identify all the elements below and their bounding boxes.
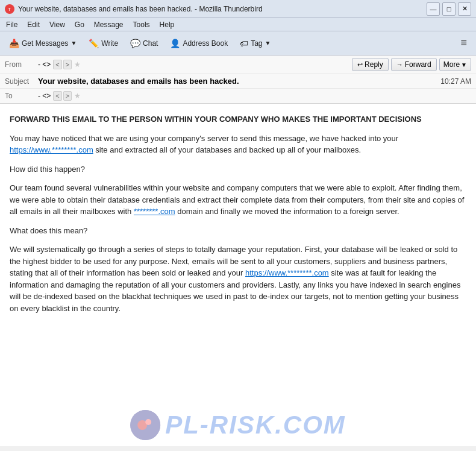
write-label: Write — [101, 39, 118, 48]
subject-value: Your website, databases and emails has b… — [38, 77, 440, 86]
email-body: FORWARD THIS EMAIL TO THE PERSON WITHIN … — [0, 104, 476, 331]
get-messages-button[interactable]: 📥 Get Messages ▼ — [4, 36, 82, 51]
email-paragraph-0: FORWARD THIS EMAIL TO THE PERSON WITHIN … — [10, 113, 466, 125]
email-paragraph-4: What does this mean? — [10, 225, 466, 237]
chat-button[interactable]: 💬 Chat — [125, 36, 163, 51]
subject-label: Subject — [5, 77, 38, 86]
chat-label: Chat — [143, 39, 158, 48]
email-link-3[interactable]: https://www.********.com — [245, 268, 329, 277]
more-dropdown-icon: ▼ — [461, 62, 467, 68]
forward-label: Forward — [405, 60, 431, 69]
next-arrow[interactable]: > — [63, 60, 72, 69]
more-button[interactable]: More ▼ — [439, 58, 471, 71]
email-body-container[interactable]: FORWARD THIS EMAIL TO THE PERSON WITHIN … — [0, 104, 476, 446]
email-link-2[interactable]: ********.com — [134, 207, 175, 216]
minimize-button[interactable]: — — [427, 2, 440, 16]
write-icon: ✏️ — [89, 39, 99, 48]
nav-arrows: < > — [53, 60, 72, 69]
address-book-button[interactable]: 👤 Address Book — [164, 36, 233, 51]
email-paragraph-1: You may have noticed that we are using y… — [10, 133, 466, 156]
close-button[interactable]: ✕ — [458, 2, 471, 16]
menu-message[interactable]: Message — [90, 19, 127, 30]
email-paragraph-2: How did this happen? — [10, 163, 466, 175]
tag-icon: 🏷 — [240, 39, 248, 48]
prev-arrow[interactable]: < — [53, 60, 61, 69]
toolbar-menu-button[interactable]: ≡ — [455, 34, 472, 52]
to-star-icon[interactable]: ★ — [74, 92, 81, 100]
app-icon: T — [5, 4, 14, 14]
from-value: - <> — [38, 60, 51, 69]
tag-button[interactable]: 🏷 Tag ▼ — [234, 36, 276, 51]
reply-button[interactable]: ↩ Reply — [352, 58, 389, 71]
reply-icon: ↩ — [357, 61, 363, 69]
from-label: From — [5, 60, 38, 69]
email-timestamp: 10:27 AM — [440, 77, 471, 86]
forward-icon: → — [396, 61, 403, 68]
email-p4-text: What does this mean? — [10, 226, 87, 235]
title-bar: T Your website, databases and emails has… — [0, 0, 476, 18]
svg-point-2 — [130, 410, 160, 440]
tag-label: Tag — [251, 39, 262, 48]
email-p2-text: How did this happen? — [10, 165, 85, 174]
menu-help[interactable]: Help — [156, 19, 178, 30]
email-p1-text-before: You may have noticed that we are using y… — [10, 134, 398, 143]
menu-tools[interactable]: Tools — [130, 19, 154, 30]
email-intro-bold: FORWARD THIS EMAIL TO THE PERSON WITHIN … — [10, 115, 422, 124]
menu-edit[interactable]: Edit — [23, 19, 43, 30]
email-paragraph-5: We will systematically go through a seri… — [10, 244, 466, 314]
subject-row: Subject Your website, databases and emai… — [0, 74, 476, 89]
address-book-icon: 👤 — [170, 39, 180, 48]
menu-file[interactable]: File — [2, 19, 21, 30]
from-value-container: - <> < > ★ — [38, 60, 342, 69]
window-title: Your website, databases and emails has b… — [18, 5, 427, 13]
maximize-button[interactable]: □ — [442, 2, 456, 16]
to-next-arrow[interactable]: > — [63, 91, 72, 101]
to-label: To — [5, 92, 38, 100]
email-link-1[interactable]: https://www.********.com — [10, 145, 93, 154]
email-paragraph-3: Our team found several vulnerabilities w… — [10, 182, 466, 218]
watermark: PL-RISK.COM — [130, 410, 346, 440]
reply-label: Reply — [365, 60, 383, 69]
svg-text:T: T — [8, 7, 11, 12]
email-header: From - <> < > ★ ↩ Reply → Forward More — [0, 55, 476, 104]
to-prev-arrow[interactable]: < — [53, 91, 61, 101]
toolbar: 📥 Get Messages ▼ ✏️ Write 💬 Chat 👤 Addre… — [0, 31, 476, 55]
to-nav-arrows: < > — [53, 91, 72, 101]
write-button[interactable]: ✏️ Write — [83, 36, 124, 51]
svg-point-3 — [137, 420, 147, 430]
tag-dropdown-icon[interactable]: ▼ — [265, 40, 271, 46]
chat-icon: 💬 — [130, 39, 140, 48]
address-book-label: Address Book — [183, 39, 228, 48]
to-value-container: - <> < > ★ — [38, 91, 471, 101]
get-messages-icon: 📥 — [9, 39, 19, 48]
to-value: - <> — [38, 92, 51, 100]
star-icon[interactable]: ★ — [74, 60, 81, 69]
menu-view[interactable]: View — [46, 19, 69, 30]
watermark-text: PL-RISK.COM — [165, 411, 346, 440]
more-label: More — [443, 60, 460, 69]
email-p3-text-after: domain and finally we moved the informat… — [175, 207, 399, 216]
svg-point-4 — [145, 419, 151, 425]
to-row: To - <> < > ★ — [0, 89, 476, 103]
get-messages-label: Get Messages — [22, 39, 68, 48]
get-messages-dropdown-icon[interactable]: ▼ — [70, 40, 77, 46]
window-controls: — □ ✕ — [427, 2, 471, 16]
watermark-logo — [130, 410, 160, 440]
email-p1-text-after: site and extracted all of your databases… — [93, 145, 361, 154]
forward-button[interactable]: → Forward — [391, 58, 437, 71]
menu-go[interactable]: Go — [71, 19, 88, 30]
menu-bar: File Edit View Go Message Tools Help — [0, 18, 476, 31]
